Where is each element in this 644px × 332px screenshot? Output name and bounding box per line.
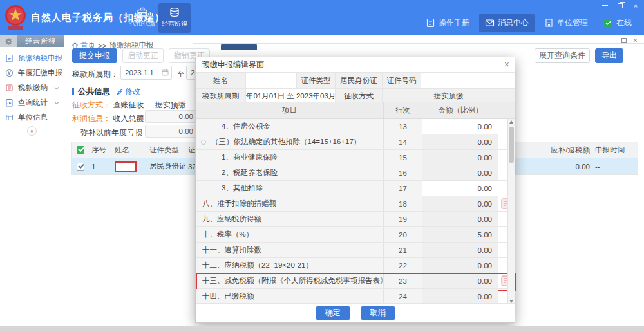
sidebar-item-query-statistics[interactable]: 查询统计 [0,95,64,110]
modal-table-row: 十四、已缴税额 24 0.00 [196,289,515,304]
row-line-number: 17 [384,181,422,196]
redaction-box [115,161,137,172]
header-refund: 应补/退税额 [516,145,592,155]
mail-icon [485,18,495,28]
header-name: 姓名 [112,145,147,155]
edit-public-info-link[interactable]: 修改 [117,86,140,97]
row-amount-cell[interactable]: 0.00 [422,243,498,257]
titlebar-actions: 操作手册 消息中心 单位管理 在线 [420,13,638,32]
row-amount-cell[interactable]: 0.00 [422,119,498,134]
restore-button[interactable] [616,2,625,10]
id-type-label: 证件类型 [297,73,336,88]
app-window: 自然人电子税务局（扣缴端） 代扣代缴 经营所得 × 操作手册 [0,0,644,326]
scrollbar-thumb[interactable] [509,127,514,163]
scroll-up-icon[interactable] [509,120,513,124]
yuan-circle-icon [5,69,14,77]
minimize-icon [602,5,608,6]
header-line: 行次 [384,102,422,118]
tab-withholding[interactable]: 代扣代缴 [126,3,158,33]
sidebar-header-label: 经营所得 [17,35,64,47]
modal-table-row: 十一、速算扣除数 21 0.00 [196,243,515,258]
modal-table-row: 4、住房公积金 13 0.00 [196,119,515,134]
titlebar: 自然人电子税务局（扣缴端） 代扣代缴 经营所得 × 操作手册 [0,0,644,35]
modal-table-rows: 4、住房公积金 13 0.00 （三）依法确定的其他扣除（14=15+16+17… [196,119,515,304]
header-seq: 序号 [89,145,112,155]
row-item-label: 3、其他扣除 [196,181,384,196]
row-line-number: 13 [384,119,422,134]
row-item-label: 十四、已缴税额 [196,289,384,304]
modal-period-label: 税款所属期 [196,89,246,104]
modal-footer: 确定 取消 [196,303,515,322]
row-name-redacted [112,161,147,172]
row-amount-cell[interactable]: 0.00 [422,212,498,226]
row-report-time: -- [592,163,627,171]
modal-table-header: 项目 行次 金额（比例） [196,102,515,119]
row-checkbox[interactable] [77,163,84,171]
modal-table-row: 3、其他扣除 17 0.00 [196,181,515,196]
message-center-button[interactable]: 消息中心 [479,14,535,32]
submit-declaration-button[interactable]: 提交申报 [72,48,117,63]
panel-restore-icon[interactable] [621,38,627,43]
row-amount-cell[interactable]: 0.00 [422,181,498,196]
header-id-type: 证件类型 [147,145,185,155]
row-line-number: 22 [384,258,422,273]
close-button[interactable]: × [631,2,640,10]
row-amount-cell[interactable]: 0.00 [422,134,498,149]
panel-close-icon[interactable]: × [633,37,638,44]
row-amount-cell[interactable]: 0.00 [422,273,498,288]
chevron-down-icon [54,86,59,91]
manual-label: 操作手册 [439,17,469,28]
unit-management-button[interactable]: 单位管理 [538,14,594,32]
expand-icon[interactable] [201,140,206,145]
document-icon [426,18,435,28]
modal-info-row-1: 姓名 证件类型 居民身份证 证件号码 [196,73,515,89]
modal-scrollbar[interactable] [507,119,515,304]
sidebar-collapse-button[interactable]: « [27,126,37,136]
panel-controls: × [621,37,638,44]
minimize-button[interactable] [600,2,609,10]
public-info-title: 公共信息 [78,86,110,97]
calendar-icon[interactable] [162,69,169,76]
levy-method-row: 征收方式： 查账征收 据实预缴 [72,100,186,111]
unit-info-icon [5,113,14,122]
row-amount-cell[interactable]: 0.00 [422,289,498,304]
row-item-label: 八、准予扣除的捐赠额 [196,196,384,211]
row-amount-cell[interactable]: 0.00 [422,196,498,211]
row-item-label: 2、税延养老保险 [196,165,384,180]
row-amount-cell[interactable]: 5.00 [422,227,498,242]
gear-icon[interactable] [0,35,17,47]
manual-button[interactable]: 操作手册 [420,14,475,32]
sidebar-item-label: 单位信息 [18,113,48,122]
select-all-checkbox[interactable] [77,146,84,154]
modal-levy-value: 据实预缴 [383,89,515,104]
modal-close-icon[interactable]: × [504,60,509,69]
desktop-background-strip [0,326,644,332]
coins-icon [169,6,180,18]
pencil-icon [117,89,123,95]
cancel-button[interactable]: 取消 [361,306,395,320]
income-total-input[interactable] [145,110,198,123]
row-line-number: 16 [384,165,422,180]
row-amount-cell[interactable]: 0.00 [422,165,498,180]
row-line-number: 21 [384,243,422,257]
sidebar-item-annual-settlement[interactable]: 年度汇缴申报 [0,66,64,80]
row-id-type: 居民身份证 [147,161,185,171]
sidebar: 经营所得 预缴纳税申报 年度汇缴申报 税款缴纳 查询统计 单位信息 « [0,35,64,326]
expand-query-button[interactable]: 展开查询条件 [535,48,590,63]
row-refund: 0.00 [516,163,592,171]
online-status-button[interactable]: 在线 [598,14,638,32]
start-correction-button[interactable]: 启动更正 [122,48,164,63]
row-amount-cell[interactable]: 0.00 [422,258,498,273]
confirm-button[interactable]: 确定 [316,306,350,320]
sidebar-item-prepay-declaration[interactable]: 预缴纳税申报 [0,51,64,66]
sidebar-item-unit-info[interactable]: 单位信息 [0,110,64,125]
tab-business-income[interactable]: 经营所得 [158,3,191,33]
sidebar-item-tax-payment[interactable]: 税款缴纳 [0,80,64,95]
background-tab-fragment [221,44,257,50]
export-button[interactable]: 导出 [595,48,623,63]
loss-carryover-input[interactable] [145,125,198,138]
row-line-number: 20 [384,227,422,242]
building-icon [544,18,554,28]
modal-table-row: 九、应纳税所得额 19 0.00 [196,212,515,227]
row-amount-cell[interactable]: 0.00 [422,150,498,165]
